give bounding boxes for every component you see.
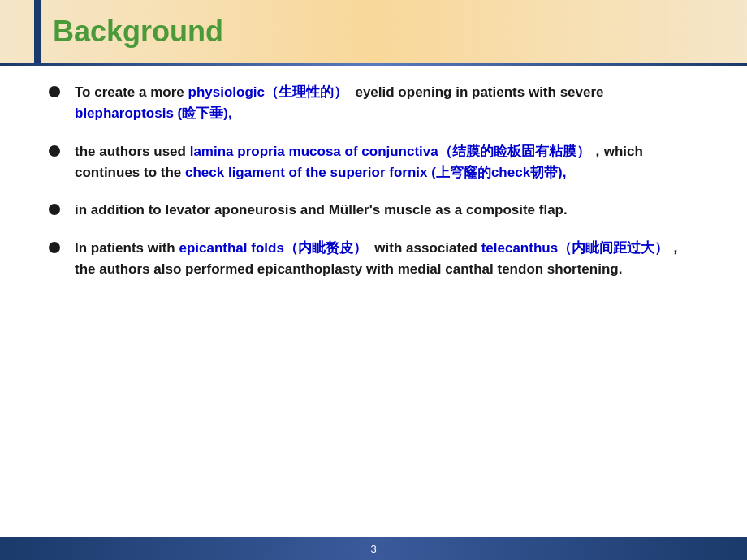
header-accent [34, 0, 41, 63]
bullet-dot-4 [49, 242, 60, 253]
bullet-item-1: To create a more physiologic（生理性的） eyeli… [49, 82, 698, 125]
slide-title: Background [53, 15, 223, 49]
bullet-dot-2 [49, 145, 60, 157]
highlight-telecanthus: telecanthus（内眦间距过大） [481, 240, 668, 256]
slide-content: To create a more physiologic（生理性的） eyeli… [0, 66, 747, 537]
highlight-physiologic: physiologic（生理性的） [188, 84, 348, 100]
highlight-blepharoptosis: blepharoptosis (睑下垂), [75, 106, 232, 121]
bullet-dot-1 [49, 86, 60, 97]
bullet-text-3: in addition to levator aponeurosis and M… [75, 200, 698, 221]
highlight-check-ligament: check ligament of the superior fornix (上… [185, 165, 566, 180]
header-bar: Background [0, 0, 747, 63]
bullet-item-3: in addition to levator aponeurosis and M… [49, 200, 698, 221]
footer-bar: 3 [0, 537, 747, 560]
bullet-item-4: In patients with epicanthal folds（内眦赘皮） … [49, 238, 698, 281]
bullet-text-2: the authors used lamina propria mucosa o… [75, 141, 698, 184]
bullet-text-1: To create a more physiologic（生理性的） eyeli… [75, 82, 698, 125]
bullet-text-4: In patients with epicanthal folds（内眦赘皮） … [75, 238, 698, 281]
bullet-item-2: the authors used lamina propria mucosa o… [49, 141, 698, 184]
highlight-lamina: lamina propria mucosa of conjunctiva（结膜的… [190, 144, 590, 159]
highlight-epicanthal: epicanthal folds（内眦赘皮） [179, 240, 366, 256]
page-number: 3 [370, 543, 376, 555]
bullet-dot-3 [49, 204, 60, 215]
